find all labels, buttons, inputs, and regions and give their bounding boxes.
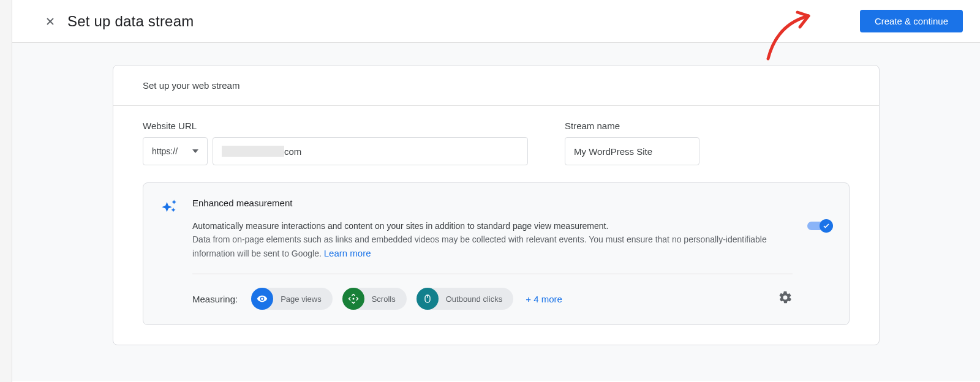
website-url-label: Website URL (143, 121, 528, 131)
more-chips-link[interactable]: + 4 more (526, 294, 562, 304)
page-title: Set up data stream (67, 13, 194, 30)
close-icon[interactable] (44, 15, 56, 28)
chip-scrolls: Scrolls (342, 288, 407, 310)
enhanced-title: Enhanced measurement (192, 198, 793, 208)
svg-point-2 (352, 298, 354, 300)
toggle-wrapper (807, 198, 832, 310)
measuring-row: Measuring: Page views Scrolls (192, 288, 793, 310)
content-area: Set up your web stream Website URL https… (12, 43, 980, 381)
enhanced-content: Enhanced measurement Automatically measu… (192, 198, 793, 310)
toggle-thumb-check-icon (820, 219, 833, 233)
url-suffix-text: com (284, 146, 301, 157)
create-continue-button[interactable]: Create & continue (860, 10, 963, 32)
redacted-url-segment (222, 146, 284, 157)
card-header-text: Set up your web stream (113, 66, 879, 106)
gear-icon[interactable] (778, 290, 793, 307)
form-row: Website URL https:// com Stream name (143, 121, 850, 165)
stream-name-input[interactable] (565, 137, 699, 165)
page-header: Set up data stream Create & continue (12, 0, 980, 43)
learn-more-link[interactable]: Learn more (324, 248, 371, 258)
card-body: Website URL https:// com Stream name (113, 106, 879, 345)
website-url-field-group: Website URL https:// com (143, 121, 528, 165)
stream-name-label: Stream name (565, 121, 850, 131)
chip-page-views: Page views (251, 288, 332, 310)
chip-label: Page views (281, 294, 321, 304)
enhanced-desc-bold: Automatically measure interactions and c… (192, 219, 793, 233)
chip-label: Scrolls (372, 294, 396, 304)
enhanced-measurement-panel: Enhanced measurement Automatically measu… (143, 182, 850, 325)
chip-outbound-clicks: Outbound clicks (417, 288, 514, 310)
chevron-down-icon (192, 149, 198, 153)
scroll-icon (342, 288, 364, 310)
protocol-value: https:// (152, 146, 178, 156)
stream-name-field-group: Stream name (565, 121, 850, 165)
web-stream-card: Set up your web stream Website URL https… (113, 65, 880, 345)
mouse-icon (417, 288, 439, 310)
website-url-input[interactable]: com (213, 137, 528, 165)
measuring-label: Measuring: (192, 294, 238, 304)
sparkle-icon (160, 198, 178, 310)
background-sidebar-ghost (0, 0, 12, 382)
header-left-group: Set up data stream (44, 13, 194, 30)
chip-label: Outbound clicks (446, 294, 503, 304)
protocol-select[interactable]: https:// (143, 137, 208, 165)
eye-icon (251, 288, 273, 310)
enhanced-measurement-toggle[interactable] (807, 220, 832, 232)
enhanced-desc: Data from on-page elements such as links… (192, 234, 767, 258)
divider (192, 274, 793, 274)
